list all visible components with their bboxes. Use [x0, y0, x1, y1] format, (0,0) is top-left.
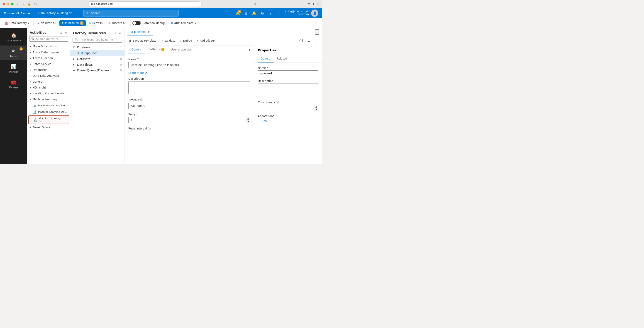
alerts-button[interactable]: 🔔	[250, 9, 258, 17]
powerquery-chevron-icon: ▶	[73, 69, 76, 72]
datasets-section-header[interactable]: ▶ Datasets 0	[70, 56, 124, 62]
pipeline-props-tabs: General Related	[254, 55, 322, 63]
avatar[interactable]: 👤	[311, 9, 318, 17]
window-minimize-dot[interactable]	[7, 3, 10, 5]
factory-panel-collapse-button[interactable]: ⊟	[113, 31, 117, 35]
activity-group-move-transform[interactable]: ▶ Move & transform	[28, 43, 70, 49]
breadcrumb-item-instance[interactable]: aking-df	[60, 11, 72, 15]
add-trigger-button[interactable]: ⚡ Add trigger	[195, 38, 217, 43]
publish-all-button[interactable]: ⬆ Publish all 1	[60, 20, 86, 26]
feedback-button[interactable]: 👤	[275, 9, 282, 17]
activity-retry-stepper[interactable]: ▲ ▼	[128, 117, 250, 123]
activity-props-expand-button[interactable]: ▾	[249, 48, 250, 52]
discard-all-button[interactable]: 🗑 Discard all	[106, 21, 128, 25]
factory-search-input[interactable]	[79, 38, 120, 41]
powerquery-section-header[interactable]: ▶ Power Query (Preview) 0	[70, 67, 124, 73]
activity-group-iteration[interactable]: ▶ Iteration & conditionals	[28, 91, 70, 96]
help-button[interactable]: ?	[267, 9, 274, 17]
activities-search-bar[interactable]: 🔍	[29, 36, 68, 42]
notifications-button[interactable]: 🔔 1	[234, 9, 242, 17]
ml-update-item[interactable]: 🔬 Machine Learning Up...	[28, 109, 70, 115]
manage-icon: 🧰	[11, 79, 16, 85]
activity-group-power-query[interactable]: ▶ Power Query	[28, 125, 70, 130]
activity-settings-tab[interactable]: Settings 2	[145, 46, 168, 53]
breadcrumb: Data Factory ▶ aking-df	[38, 11, 72, 15]
sidebar-item-monitor-label: Monitor	[9, 71, 18, 73]
pipeline-general-tab[interactable]: General	[258, 55, 274, 62]
arm-template-button[interactable]: ✱ ARM template ▾	[168, 21, 198, 25]
azure-search-bar[interactable]: 🔍 Search	[84, 10, 179, 16]
toolbar-menu-button[interactable]: ☰	[312, 21, 319, 25]
window-close-dot[interactable]	[3, 3, 6, 5]
data-flow-debug-toggle[interactable]	[132, 21, 140, 25]
window-maximize-dot[interactable]	[11, 3, 14, 5]
timeout-info-icon: ⓘ	[140, 98, 143, 102]
retry-decrement-button[interactable]: ▼	[246, 120, 250, 123]
sidebar-collapse-button[interactable]: «	[11, 157, 16, 164]
pipeline-description-input[interactable]	[258, 84, 318, 96]
retry-increment-button[interactable]: ▲	[246, 117, 250, 120]
activity-group-ml[interactable]: ▼ Machine Learning	[28, 96, 70, 102]
dataflows-section-header[interactable]: ▶ Data flows 0	[70, 62, 124, 67]
pipeline1-tab[interactable]: ⧉ pipeline1	[128, 28, 152, 36]
sidebar-item-data-factory[interactable]: 🏠 Data Factory	[0, 30, 27, 45]
sidebar-item-manage[interactable]: 🧰 Manage	[0, 77, 27, 91]
browser-sidebar-button[interactable]: ⊞	[316, 2, 319, 6]
factory-panel-hide-button[interactable]: «	[118, 31, 122, 35]
pipeline1-item[interactable]: ⧉ pipeline1	[70, 50, 124, 56]
pipeline-code-button[interactable]: { }	[297, 38, 305, 43]
directory-button[interactable]: ⊞	[242, 9, 250, 17]
activity-retry-input[interactable]	[128, 117, 246, 123]
browser-forward-button[interactable]: ›	[21, 2, 26, 6]
activity-description-input[interactable]	[128, 81, 250, 94]
browser-url-bar[interactable]: ms-adf.azure.com	[88, 1, 202, 7]
refresh-button[interactable]: ↻ Refresh	[86, 21, 105, 25]
activity-group-general[interactable]: ▶ General	[28, 79, 70, 85]
ml-batch-label: Machine Learning Bat...	[38, 104, 68, 107]
save-as-template-button[interactable]: ⊞ Save as template	[128, 38, 158, 43]
pipeline-name-input[interactable]	[258, 70, 318, 76]
browser-share-button[interactable]: ⬆	[308, 2, 310, 6]
activity-group-batch-service[interactable]: ▶ Batch Service	[28, 61, 70, 67]
pipelines-section-header[interactable]: ▼ Pipelines 1	[70, 44, 124, 50]
breadcrumb-item-df[interactable]: Data Factory	[38, 11, 56, 15]
canvas-more-button[interactable]: …	[315, 29, 319, 35]
data-factory-dropdown-button[interactable]: 🏭 Data Factory ▾	[3, 21, 32, 25]
concurrency-decrement-button[interactable]: ▼	[314, 108, 318, 111]
sidebar-item-author[interactable]: ✏️ Author 1	[0, 45, 27, 60]
browser-back-button[interactable]: ‹	[16, 2, 20, 6]
pipeline-validate-button[interactable]: ✓ Validate	[159, 38, 177, 43]
activity-general-tab[interactable]: General	[128, 46, 145, 53]
activity-timeout-input[interactable]	[128, 103, 250, 109]
activity-group-databricks[interactable]: ▶ Databricks	[28, 67, 70, 73]
activity-name-input[interactable]	[128, 62, 250, 68]
activity-group-hdinsight[interactable]: ▶ HDInsight	[28, 85, 70, 91]
activities-panel-actions: ⊟ «	[59, 30, 68, 35]
user-email: aking@contoso.com	[285, 10, 310, 13]
sidebar-item-monitor[interactable]: 📊 Monitor	[0, 61, 27, 76]
pipeline-tab-label: pipeline1	[134, 30, 146, 33]
activities-hide-button[interactable]: «	[64, 30, 68, 35]
browser-reload-button[interactable]: ↻	[252, 2, 257, 6]
pipeline-more-button[interactable]: …	[313, 38, 319, 43]
ml-batch-item[interactable]: 🔬 Machine Learning Bat...	[28, 102, 70, 109]
activity-group-azure-function[interactable]: ▶ Azure Function	[28, 55, 70, 61]
learn-more-link[interactable]: Learn more ↗	[128, 71, 250, 74]
factory-search-bar[interactable]: 🔍	[72, 37, 122, 42]
pipeline-related-tab[interactable]: Related	[274, 55, 290, 62]
concurrency-input[interactable]	[258, 105, 314, 111]
activities-search-input[interactable]	[36, 37, 70, 40]
browser-new-tab-button[interactable]: +	[312, 2, 315, 6]
activity-group-azure-data-explorer[interactable]: ▶ Azure Data Explorer	[28, 49, 70, 55]
activity-group-data-lake-analytics[interactable]: ▶ Data Lake Analytics	[28, 73, 70, 79]
pipeline-debug-button[interactable]: ▷ Debug	[178, 38, 194, 43]
concurrency-stepper[interactable]: ▲ ▼	[258, 105, 318, 111]
add-annotation-button[interactable]: + New	[258, 119, 267, 124]
settings-button[interactable]: ⚙	[259, 9, 266, 17]
activity-user-props-tab[interactable]: User properties	[168, 46, 195, 53]
concurrency-increment-button[interactable]: ▲	[314, 105, 318, 108]
validate-all-button[interactable]: ✓ Validate all	[35, 21, 58, 25]
pipeline-filter-button[interactable]: ⊟	[306, 38, 312, 43]
activities-collapse-button[interactable]: ⊟	[59, 30, 63, 35]
ml-execute-item[interactable]: 🔬 Machine Learning Exe...	[28, 115, 69, 124]
